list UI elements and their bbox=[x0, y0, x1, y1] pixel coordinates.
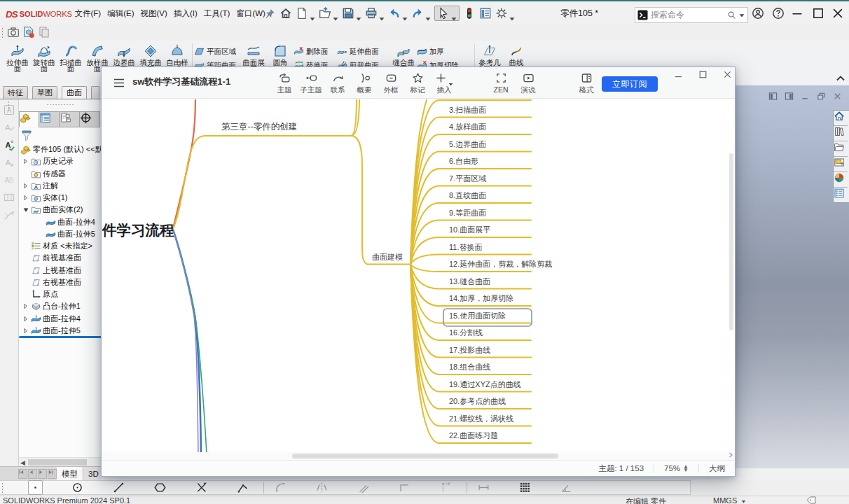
tree-item-原点[interactable]: 原点 bbox=[20, 288, 58, 300]
scrollbar-thumb[interactable] bbox=[28, 459, 87, 465]
tree-item-曲面-拉伸5[interactable]: 曲面-拉伸5 bbox=[35, 228, 95, 240]
sketch-corner-rectangle-button[interactable] bbox=[398, 481, 411, 494]
tree-expand-arrow-icon[interactable] bbox=[20, 159, 31, 164]
tree-expand-arrow-icon[interactable] bbox=[20, 183, 31, 188]
tree-expand-arrow-icon[interactable] bbox=[20, 316, 31, 321]
child-minimize-button[interactable] bbox=[801, 91, 810, 100]
collapse-ribbon-chevron-icon[interactable] bbox=[835, 73, 846, 84]
command-search-box[interactable]: 搜索命令 bbox=[635, 7, 748, 23]
tree-item-前视基准面[interactable]: 前视基准面 bbox=[20, 252, 81, 264]
mindmap-topic-6[interactable]: 6.自由形 bbox=[449, 157, 478, 165]
mindmap-topic-14[interactable]: 14.加厚，加厚切除 bbox=[449, 294, 513, 302]
record-3d-view-button[interactable] bbox=[22, 26, 35, 38]
command-tab-特征[interactable]: 特征 bbox=[3, 86, 28, 99]
mindmap-topic-10[interactable]: 10.曲面展平 bbox=[449, 225, 490, 234]
caret-down-icon[interactable] bbox=[310, 17, 315, 21]
command-tab-partial[interactable] bbox=[91, 86, 99, 99]
screenshot-camera-button[interactable] bbox=[7, 26, 20, 38]
units-selector[interactable]: MMGS bbox=[713, 496, 746, 504]
command-tab-曲面[interactable]: 曲面 bbox=[62, 86, 87, 99]
parent-topic[interactable]: 曲面建模 bbox=[372, 253, 403, 261]
caret-down-icon[interactable] bbox=[425, 17, 431, 21]
scroll-right-arrow-icon[interactable] bbox=[728, 452, 733, 459]
tree-item-曲面-拉伸5[interactable]: 曲面-拉伸5 bbox=[20, 325, 81, 337]
caret-down-icon[interactable] bbox=[379, 17, 385, 21]
view-tab-模型[interactable]: 模型 bbox=[57, 467, 83, 481]
mindmap-vertical-scrollbar[interactable] bbox=[728, 99, 735, 452]
redo-button[interactable] bbox=[411, 7, 431, 20]
sketch-line-button[interactable] bbox=[112, 481, 125, 494]
sketch-polygon-button[interactable] bbox=[153, 481, 167, 494]
panel-tab-configuration-manager[interactable] bbox=[60, 111, 80, 127]
search-caret-icon[interactable] bbox=[739, 13, 745, 18]
scrollbar-thumb[interactable] bbox=[292, 454, 558, 458]
scrollbar-thumb[interactable] bbox=[729, 153, 733, 330]
tree-horizontal-scrollbar[interactable]: ◀ bbox=[19, 457, 102, 467]
mindmap-topic-7[interactable]: 7.平面区域 bbox=[449, 174, 486, 183]
mm-演说-button[interactable]: 演说 bbox=[515, 72, 541, 95]
menu-item-3[interactable]: 插入(I) bbox=[170, 5, 200, 22]
search-icon[interactable] bbox=[727, 10, 736, 20]
panel-tab-featuremanager-tree[interactable] bbox=[19, 111, 39, 127]
taskpane-file-explorer-button[interactable] bbox=[834, 141, 848, 157]
panel-splitter[interactable] bbox=[19, 101, 102, 109]
mindmap-topic-9[interactable]: 9.等距曲面 bbox=[449, 209, 486, 217]
datum-frame-button[interactable] bbox=[3, 191, 15, 204]
taskpane-home-taskpane-button[interactable] bbox=[834, 111, 848, 126]
command-tab-草图[interactable]: 草图 bbox=[32, 86, 57, 99]
pin-menubar-icon[interactable] bbox=[265, 8, 275, 19]
hamburger-menu-icon[interactable] bbox=[113, 78, 125, 88]
tree-item-零件105 (默认) <<默认[interactable]: 零件105 (默认) <<默认 bbox=[20, 144, 102, 155]
taskpane-custom-properties-button[interactable] bbox=[834, 188, 848, 202]
options-gear-button[interactable] bbox=[495, 7, 515, 20]
menu-item-4[interactable]: 工具(T) bbox=[200, 5, 233, 22]
menu-item-0[interactable]: 文件(F) bbox=[71, 5, 104, 22]
mindmap-topic-21[interactable]: 21.螺纹线，涡状线 bbox=[449, 414, 513, 423]
tree-item-右视基准面[interactable]: 右视基准面 bbox=[20, 276, 81, 288]
mindmap-minimize-button[interactable] bbox=[675, 71, 682, 78]
smart-dimension-button[interactable] bbox=[477, 481, 490, 494]
tree-expand-arrow-icon[interactable] bbox=[20, 195, 31, 200]
tree-item-曲面实体(2)[interactable]: 曲面实体(2) bbox=[20, 204, 83, 216]
annotation-edit-button[interactable]: A bbox=[3, 121, 15, 134]
jump-start-button[interactable] bbox=[18, 469, 27, 479]
window-minimize-button[interactable] bbox=[791, 1, 803, 25]
step-forward-button[interactable] bbox=[38, 469, 47, 479]
copy-settings-button[interactable] bbox=[38, 26, 50, 38]
mindmap-topic-19[interactable]: 19.通过XYZ点的曲线 bbox=[449, 380, 521, 388]
mindmap-topic-12[interactable]: 12.延伸曲面，剪裁，解除剪裁 bbox=[449, 260, 552, 268]
panel-tab-propertymanager[interactable] bbox=[39, 111, 60, 127]
jump-end-button[interactable] bbox=[48, 469, 57, 479]
ordinate-dimension-button[interactable] bbox=[439, 481, 453, 494]
window-close-button[interactable] bbox=[831, 1, 844, 25]
mindmap-topic-4[interactable]: 4.放样曲面 bbox=[449, 122, 486, 131]
mm-ZEN-button[interactable]: ZEN bbox=[488, 72, 514, 95]
mindmap-topic-16[interactable]: 16.分割线 bbox=[449, 328, 483, 337]
mindmap-topic-15[interactable]: 15.使用曲面切除 bbox=[449, 312, 506, 320]
mindmap-topic-5[interactable]: 5.边界曲面 bbox=[449, 140, 486, 148]
central-topic[interactable]: 件学习流程 bbox=[102, 222, 174, 238]
help-icon[interactable] bbox=[772, 1, 785, 25]
tree-item-传感器[interactable]: 传感器 bbox=[20, 168, 66, 180]
select-cursor-button[interactable] bbox=[434, 6, 460, 21]
mindmap-canvas[interactable]: 件学习流程第三章--零件的创建曲面建模3.扫描曲面4.放样曲面5.边界曲面6.自… bbox=[102, 99, 735, 452]
open-button[interactable] bbox=[319, 7, 338, 20]
tree-item-实体(1)[interactable]: 实体(1) bbox=[20, 192, 67, 204]
new-doc-button[interactable] bbox=[296, 7, 315, 20]
mindmap-topic-22[interactable]: 22.曲面练习题 bbox=[449, 431, 498, 440]
taskpane-view-palette-button[interactable] bbox=[834, 157, 848, 172]
zoom-stepper-icon[interactable]: ▲▼ bbox=[683, 465, 689, 472]
subscribe-button[interactable]: 立即订阅 bbox=[602, 76, 658, 92]
zoom-control[interactable]: 75%▲▼ bbox=[664, 464, 689, 472]
mm-主题-button[interactable]: 主题 bbox=[271, 72, 298, 95]
tree-item-上视基准面[interactable]: 上视基准面 bbox=[20, 265, 81, 276]
mm-标记-button[interactable]: 标记 bbox=[404, 72, 431, 95]
note-add-button[interactable]: A bbox=[3, 156, 15, 169]
child-restore-button[interactable] bbox=[817, 91, 826, 100]
caret-down-icon[interactable] bbox=[333, 17, 338, 21]
tree-expand-arrow-icon[interactable] bbox=[20, 304, 31, 309]
taskpane-design-library-button[interactable] bbox=[834, 126, 848, 141]
tree-item-注解[interactable]: A注解 bbox=[20, 180, 58, 192]
save-button[interactable] bbox=[342, 7, 361, 20]
mindmap-topic-20[interactable]: 20.参考点的曲线 bbox=[449, 397, 506, 405]
